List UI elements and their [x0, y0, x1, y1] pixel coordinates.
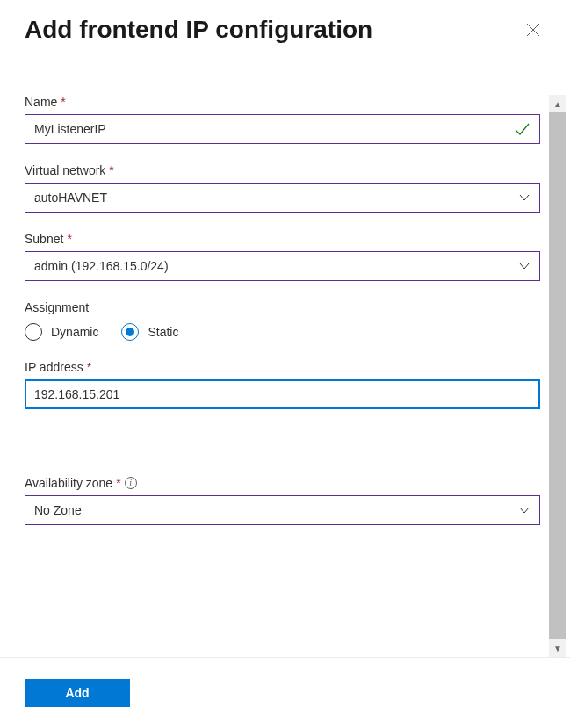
assignment-radio-group: Dynamic Static — [25, 320, 540, 341]
name-label-text: Name — [25, 95, 57, 109]
required-marker: * — [87, 360, 91, 374]
scrollbar-down-arrow-icon[interactable]: ▼ — [549, 639, 566, 657]
ip-address-label-text: IP address — [25, 360, 83, 374]
availability-zone-label-text: Availability zone — [25, 476, 112, 490]
name-label: Name * — [25, 95, 540, 109]
assignment-label-text: Assignment — [25, 300, 89, 314]
virtual-network-select[interactable]: autoHAVNET — [25, 183, 540, 213]
assignment-radio-static[interactable]: Static — [121, 323, 178, 341]
field-availability-zone: Availability zone * i No Zone — [25, 476, 540, 525]
radio-inner-dot-icon — [126, 328, 134, 336]
assignment-static-label: Static — [148, 325, 178, 339]
chevron-down-icon — [518, 504, 530, 516]
availability-zone-value: No Zone — [34, 503, 82, 517]
ip-address-value: 192.168.15.201 — [34, 387, 530, 401]
close-icon — [526, 23, 540, 37]
assignment-dynamic-label: Dynamic — [51, 325, 98, 339]
virtual-network-label: Virtual network * — [25, 163, 540, 177]
ip-address-label: IP address * — [25, 360, 540, 374]
field-assignment: Assignment Dynamic Static — [25, 300, 540, 341]
required-marker: * — [109, 163, 113, 177]
check-icon — [513, 120, 530, 138]
radio-icon-selected — [121, 323, 139, 341]
chevron-down-icon — [518, 191, 530, 204]
virtual-network-label-text: Virtual network — [25, 163, 105, 177]
field-ip-address: IP address * 192.168.15.201 — [25, 360, 540, 409]
vertical-scrollbar[interactable]: ▲ ▼ — [549, 95, 566, 657]
assignment-label: Assignment — [25, 300, 540, 314]
add-button[interactable]: Add — [25, 679, 130, 707]
field-subnet: Subnet * admin (192.168.15.0/24) — [25, 232, 540, 281]
field-virtual-network: Virtual network * autoHAVNET — [25, 163, 540, 213]
panel-footer: Add — [25, 679, 130, 707]
name-input-value: MyListenerIP — [34, 122, 513, 136]
field-name: Name * MyListenerIP — [25, 95, 540, 144]
spacer — [25, 429, 540, 476]
subnet-value: admin (192.168.15.0/24) — [34, 259, 169, 273]
required-marker: * — [61, 95, 65, 109]
scrollbar-up-arrow-icon[interactable]: ▲ — [549, 95, 566, 112]
scrollbar-thumb[interactable] — [549, 112, 566, 639]
subnet-label: Subnet * — [25, 232, 540, 246]
radio-icon — [25, 323, 42, 341]
ip-address-input[interactable]: 192.168.15.201 — [25, 379, 540, 409]
availability-zone-label: Availability zone * i — [25, 476, 540, 490]
subnet-label-text: Subnet — [25, 232, 63, 246]
panel-header: Add frontend IP configuration — [0, 0, 570, 53]
assignment-radio-dynamic[interactable]: Dynamic — [25, 323, 98, 341]
footer-divider — [0, 657, 570, 658]
chevron-down-icon — [518, 260, 530, 272]
subnet-select[interactable]: admin (192.168.15.0/24) — [25, 251, 540, 281]
close-button[interactable] — [521, 18, 545, 42]
panel-title: Add frontend IP configuration — [25, 16, 372, 44]
scrollbar-track[interactable] — [549, 112, 566, 639]
virtual-network-value: autoHAVNET — [34, 191, 107, 205]
name-input[interactable]: MyListenerIP — [25, 114, 540, 144]
info-icon[interactable]: i — [125, 477, 137, 489]
required-marker: * — [116, 476, 120, 490]
required-marker: * — [67, 232, 71, 246]
availability-zone-select[interactable]: No Zone — [25, 495, 540, 525]
